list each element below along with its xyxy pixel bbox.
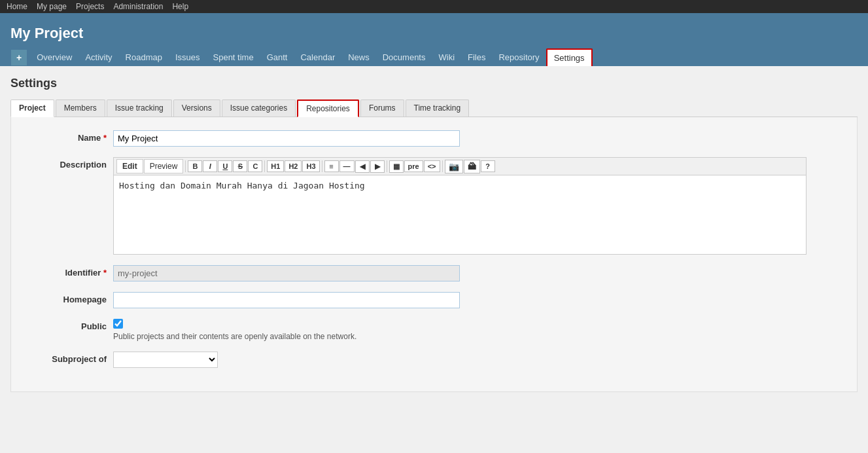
description-label: Description: [22, 157, 113, 170]
name-label: Name *: [22, 130, 113, 143]
nav-spent-time[interactable]: Spent time: [207, 49, 260, 65]
toolbar-separator-1: [185, 160, 186, 172]
toolbar-separator-4: [387, 160, 387, 172]
identifier-input[interactable]: [113, 265, 460, 281]
editor-toolbar: Edit Preview B I U S C H1 H2 H3 ≡: [114, 158, 806, 175]
tab-issue-categories[interactable]: Issue categories: [222, 100, 296, 117]
identifier-field-container: [113, 265, 473, 281]
nav-settings[interactable]: Settings: [546, 48, 593, 66]
homepage-row: Homepage: [22, 292, 846, 308]
subproject-row: Subproject of: [22, 352, 846, 368]
form-area: Name * Description Edit Preview B I U: [10, 117, 858, 392]
name-required-star: *: [103, 133, 107, 143]
toolbar-h1[interactable]: H1: [267, 160, 284, 172]
nav-files[interactable]: Files: [461, 49, 492, 65]
name-input[interactable]: [113, 130, 460, 147]
tab-forums[interactable]: Forums: [360, 100, 404, 117]
toolbar-image[interactable]: 🏔: [464, 160, 480, 173]
toolbar-h2[interactable]: H2: [285, 160, 302, 172]
homepage-field-container: [113, 292, 473, 308]
settings-tabs: Project Members Issue tracking Versions …: [10, 100, 858, 117]
description-row: Description Edit Preview B I U S C H1 H: [22, 157, 846, 255]
nav-administration[interactable]: Administration: [113, 2, 163, 11]
toolbar-separator-2: [264, 160, 265, 172]
homepage-label: Homepage: [22, 292, 113, 304]
subproject-field-container: [113, 352, 473, 368]
nav-mypage[interactable]: My page: [37, 2, 67, 11]
project-header: My Project + Overview Activity Roadmap I…: [0, 13, 868, 66]
main-content: Settings Project Members Issue tracking …: [0, 66, 868, 403]
name-row: Name *: [22, 130, 846, 147]
nav-help[interactable]: Help: [172, 2, 188, 11]
toolbar-ul[interactable]: ≡: [324, 160, 339, 172]
project-navigation: + Overview Activity Roadmap Issues Spent…: [10, 48, 858, 66]
editor-tab-edit[interactable]: Edit: [116, 159, 143, 173]
toolbar-underline[interactable]: U: [218, 160, 232, 172]
toolbar-code[interactable]: C: [248, 160, 262, 172]
toolbar-h3[interactable]: H3: [302, 160, 319, 172]
toolbar-blockquote-left[interactable]: ◀: [355, 160, 370, 173]
public-field-container: Public projects and their contents are o…: [113, 319, 473, 341]
description-editor-container: Edit Preview B I U S C H1 H2 H3 ≡: [113, 157, 807, 255]
toolbar-blockquote-right[interactable]: ▶: [370, 160, 385, 173]
project-title: My Project: [10, 20, 858, 48]
public-hint: Public projects and their contents are o…: [113, 332, 473, 341]
toolbar-pre[interactable]: pre: [404, 160, 423, 172]
nav-calendar[interactable]: Calendar: [294, 49, 341, 65]
identifier-label: Identifier *: [22, 265, 113, 278]
toolbar-code-block[interactable]: <>: [424, 160, 440, 172]
toolbar-ol[interactable]: —: [339, 160, 355, 172]
identifier-row: Identifier *: [22, 265, 846, 281]
tab-project[interactable]: Project: [10, 100, 54, 117]
nav-gantt[interactable]: Gantt: [260, 49, 294, 65]
top-navigation: Home My page Projects Administration Hel…: [0, 0, 868, 13]
nav-documents[interactable]: Documents: [376, 49, 432, 65]
page-title: Settings: [10, 77, 858, 90]
nav-activity[interactable]: Activity: [78, 49, 118, 65]
tab-repositories[interactable]: Repositories: [297, 100, 359, 117]
toolbar-strikethrough[interactable]: S: [233, 160, 247, 172]
public-row: Public Public projects and their content…: [22, 319, 846, 341]
toolbar-separator-3: [322, 160, 322, 172]
public-checkbox[interactable]: [113, 319, 123, 329]
tab-issue-tracking[interactable]: Issue tracking: [107, 100, 172, 117]
nav-issues[interactable]: Issues: [169, 49, 207, 65]
nav-home[interactable]: Home: [7, 2, 27, 11]
toolbar-italic[interactable]: I: [203, 160, 217, 172]
public-label: Public: [22, 319, 113, 331]
nav-overview[interactable]: Overview: [30, 49, 78, 65]
subproject-select[interactable]: [113, 352, 218, 368]
nav-news[interactable]: News: [341, 49, 376, 65]
toolbar-separator-5: [442, 160, 443, 172]
homepage-input[interactable]: [113, 292, 460, 308]
tab-members[interactable]: Members: [56, 100, 105, 117]
name-field-container: [113, 130, 473, 147]
toolbar-table[interactable]: ▦: [389, 160, 404, 173]
tab-versions[interactable]: Versions: [173, 100, 220, 117]
plus-button[interactable]: +: [10, 49, 27, 66]
identifier-required-star: *: [103, 268, 107, 278]
editor-tab-preview[interactable]: Preview: [144, 159, 184, 173]
toolbar-bold[interactable]: B: [188, 160, 202, 172]
description-content[interactable]: Hosting dan Domain Murah Hanya di Jagoan…: [114, 175, 806, 254]
description-editor: Edit Preview B I U S C H1 H2 H3 ≡: [113, 157, 807, 255]
subproject-label: Subproject of: [22, 352, 113, 364]
nav-projects[interactable]: Projects: [76, 2, 104, 11]
tab-time-tracking[interactable]: Time tracking: [406, 100, 470, 117]
toolbar-help[interactable]: ?: [481, 160, 495, 172]
nav-roadmap[interactable]: Roadmap: [119, 49, 169, 65]
nav-repository[interactable]: Repository: [492, 49, 546, 65]
toolbar-image-link[interactable]: 📷: [445, 160, 463, 173]
nav-wiki[interactable]: Wiki: [432, 49, 461, 65]
